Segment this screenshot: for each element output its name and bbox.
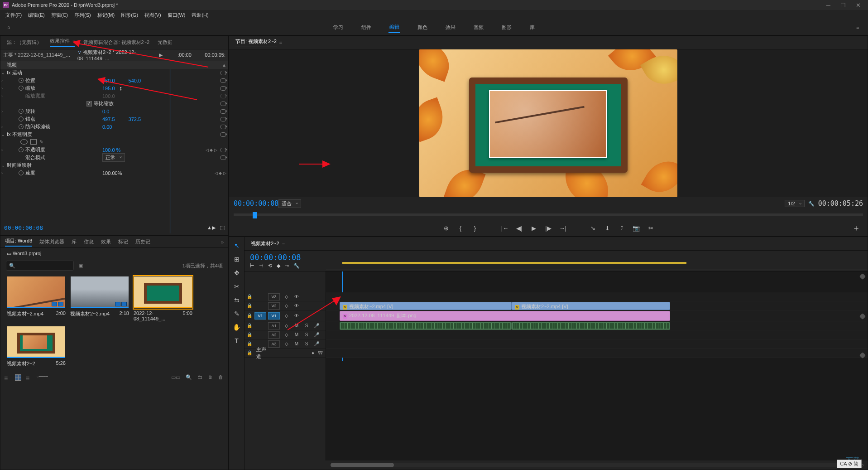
eye-icon[interactable]: 👁 [292,303,302,308]
go-out-icon[interactable]: →| [559,224,567,232]
ec-position-x[interactable]: 960.0 [102,78,115,83]
minimize-button[interactable]: ─ [826,2,830,9]
lock-icon[interactable]: 🔒 [245,350,254,355]
tab-effect-controls[interactable]: 效果控件≡ [50,38,75,47]
tab-history[interactable]: 历史记 [135,238,150,245]
wrench-icon[interactable]: 🔧 [808,201,815,207]
track-select-tool-icon[interactable]: ⊞ [233,255,241,263]
maximize-button[interactable]: ☐ [840,2,846,9]
lock-icon[interactable]: 🔒 [245,313,254,318]
workspace-libraries[interactable]: 库 [529,22,536,33]
v-scroll-top[interactable] [859,273,866,280]
project-item[interactable]: 2022-12-08_111449_...5:00 [134,276,192,321]
reset-icon[interactable] [220,125,226,129]
lock-icon[interactable]: 🔒 [245,332,254,337]
tab-info[interactable]: 信息 [84,238,94,245]
stopwatch-icon[interactable] [19,147,24,152]
sync-lock-icon[interactable]: ◇ [282,332,292,337]
program-scrubber[interactable] [229,210,868,220]
ec-rotation-value[interactable]: 0.0 [102,109,109,114]
ec-speed-value[interactable]: 100.00% [102,170,122,176]
track-target-v3[interactable]: V3 [268,293,280,300]
list-view-icon[interactable] [4,374,10,381]
record-icon[interactable]: ● [308,350,318,355]
project-item[interactable]: 视频素材2~2.mp42:18 [70,276,129,321]
find-icon[interactable]: 🔍 [186,374,192,381]
mask-ellipse-icon[interactable] [20,139,28,145]
grid-view-icon[interactable] [15,374,21,381]
step-back-icon[interactable]: ◀| [515,224,523,232]
clip-a1a[interactable] [340,322,512,330]
close-button[interactable]: ✕ [856,2,861,9]
sync-lock-icon[interactable]: ◇ [282,303,292,308]
project-item[interactable]: 视频素材2~25:26 [7,326,66,367]
voiceover-icon[interactable]: 🎤 [312,332,321,337]
track-target-v2[interactable]: V2 [268,302,280,310]
export-frame-icon[interactable]: ⤴ [618,224,626,232]
timeline-sequence-tab[interactable]: 视频素材2~2 [251,240,279,247]
button-editor-icon[interactable]: ＋ [852,223,860,233]
add-marker-icon[interactable]: ⊕ [442,224,450,232]
menu-clip[interactable]: 剪辑(C) [48,11,71,19]
ec-opacity-group[interactable]: fx 不透明度 [7,131,84,138]
workspace-audio[interactable]: 音频 [473,22,484,33]
program-zoom-select[interactable]: 适合 [278,199,301,208]
reset-icon[interactable] [220,71,226,75]
extract-icon[interactable]: ⬇ [603,224,611,232]
tab-project[interactable]: 项目: Word3 [5,237,32,247]
menu-file[interactable]: 文件(F) [3,11,24,19]
tab-metadata[interactable]: 元数据 [158,39,173,46]
snap-icon[interactable]: ⊢ [250,263,254,269]
filter-bin-icon[interactable]: ▣ [78,263,83,269]
tab-audio-clip-mixer[interactable]: 音频剪辑混合器: 视频素材2~2 [83,39,149,46]
pen-tool-icon[interactable]: ✎ [233,310,241,318]
tab-source-none[interactable]: 源：（无剪辑） [7,39,42,46]
reset-icon[interactable] [220,86,226,91]
panel-menu-icon[interactable]: ≡ [279,40,282,45]
sync-lock-icon[interactable]: ◇ [282,323,292,328]
clip-v2a[interactable]: fx视频素材~2.mp4 [V] [340,302,512,310]
stopwatch-icon[interactable] [19,86,24,91]
project-item[interactable]: 视频素材~2.mp43:00 [7,276,66,321]
mask-pen-icon[interactable]: ✎ [39,139,46,145]
tab-media-browser[interactable]: 媒体浏览器 [39,238,64,245]
reset-icon[interactable] [220,78,226,83]
workspace-assembly[interactable]: 组件 [360,22,372,33]
timeline-timecode[interactable]: 00:00:00:08 [250,253,321,262]
menu-sequence[interactable]: 序列(S) [72,11,94,19]
ec-position-y[interactable]: 540.0 [129,78,141,83]
wrench-icon[interactable]: 🔧 [293,263,300,269]
mute-icon[interactable]: M [292,332,302,337]
menu-view[interactable]: 视图(V) [142,11,164,19]
lock-icon[interactable]: 🔒 [245,303,254,308]
solo-icon[interactable]: S [302,341,312,346]
reset-icon[interactable] [220,102,226,106]
tabs-overflow-icon[interactable]: » [221,239,224,245]
mute-icon[interactable]: M [292,323,302,328]
play-icon[interactable]: ▶ [530,224,538,232]
reset-icon[interactable] [220,117,226,121]
workspace-learn[interactable]: 学习 [332,22,344,33]
workspace-editing[interactable]: 编辑 [388,22,400,33]
mark-out-icon[interactable]: } [471,224,479,232]
ec-anchor-y[interactable]: 372.5 [129,116,141,122]
project-search[interactable]: 🔍 [6,261,74,271]
ripple-tool-icon[interactable]: ✥ [233,269,241,277]
sync-lock-icon[interactable]: ◇ [282,294,292,299]
menu-help[interactable]: 帮助(H) [189,11,211,19]
panel-menu-icon[interactable]: ≡ [72,38,75,44]
tab-program[interactable]: 节目: 视频素材2~2 [235,38,277,47]
freeform-view-icon[interactable] [26,374,32,381]
track-target-v1[interactable]: V1 [268,312,280,320]
menu-graphics[interactable]: 图形(G) [118,11,141,19]
ec-blend-mode-select[interactable]: 正常 [102,153,125,162]
scrubber-playhead[interactable] [253,212,257,218]
stopwatch-icon[interactable] [19,109,24,114]
ec-play-toggle[interactable]: ▶ [159,52,163,58]
tab-effects[interactable]: 效果 [101,238,111,245]
workspace-color[interactable]: 颜色 [417,22,428,33]
eye-icon[interactable]: 👁 [292,313,302,318]
go-in-icon[interactable]: |← [501,224,509,232]
sync-lock-icon[interactable]: ◇ [282,313,292,318]
snapshot-icon[interactable]: 📷 [632,224,640,232]
